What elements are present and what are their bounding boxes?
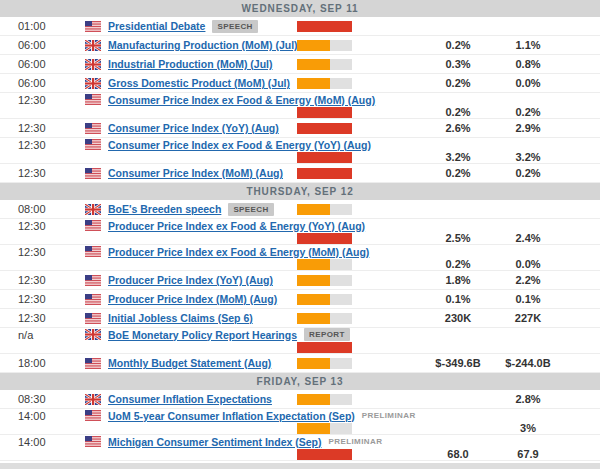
event-badge: SPEECH: [212, 20, 257, 33]
impact-bar-fill: [297, 358, 330, 369]
event-link[interactable]: Gross Domestic Product (MoM) (Jul): [108, 77, 290, 89]
impact-bar-cell: [297, 342, 353, 353]
impact-bar: [297, 233, 352, 244]
event-cell: Consumer Price Index ex Food & Energy (M…: [85, 94, 297, 106]
event-link[interactable]: Initial Jobless Claims (Sep 6): [108, 312, 253, 324]
event-row-line: 0.2%0.0%: [0, 258, 600, 270]
impact-bar-fill: [297, 233, 352, 244]
impact-bar: [297, 358, 352, 369]
event-row: 06:00Industrial Production (MoM) (Jul)0.…: [0, 55, 600, 74]
event-row-line: 12:30Consumer Price Index ex Food & Ener…: [0, 138, 600, 151]
event-link[interactable]: Producer Price Index (YoY) (Aug): [108, 274, 273, 286]
event-row-line: 12:30Producer Price Index (YoY) (Aug)1.8…: [0, 271, 600, 289]
impact-bar-cell: [297, 358, 353, 369]
previous-value: 67.9: [493, 448, 563, 460]
impact-bar: [297, 423, 352, 434]
us-flag-icon: [85, 123, 101, 134]
event-link[interactable]: Monthly Budget Statement (Aug): [108, 357, 271, 369]
impact-bar-fill: [297, 152, 352, 163]
event-row: 01:00Presidential DebateSPEECH: [0, 17, 600, 36]
event-row-line: 14:00Michigan Consumer Sentiment Index (…: [0, 435, 600, 448]
us-flag-icon: [85, 220, 101, 231]
event-link[interactable]: Producer Price Index (MoM) (Aug): [108, 293, 277, 305]
event-link[interactable]: UoM 5-year Consumer Inflation Expectatio…: [108, 410, 355, 422]
event-time: 18:00: [0, 357, 85, 369]
us-flag-icon: [85, 410, 101, 421]
event-row-line: 08:30Consumer Inflation Expectations2.8%: [0, 390, 600, 408]
event-link[interactable]: Consumer Price Index ex Food & Energy (M…: [108, 94, 375, 106]
us-flag-icon: [85, 358, 101, 369]
impact-bar: [297, 107, 352, 118]
uk-flag-icon: [85, 204, 101, 215]
event-link[interactable]: Producer Price Index ex Food & Energy (Y…: [108, 220, 365, 232]
uk-flag-icon: [85, 59, 101, 70]
impact-bar: [297, 168, 352, 179]
event-row-line: 06:00Gross Domestic Product (MoM) (Jul)0…: [0, 74, 600, 92]
event-link[interactable]: Producer Price Index ex Food & Energy (M…: [108, 246, 369, 258]
previous-value: 2.2%: [493, 274, 563, 286]
event-link[interactable]: Consumer Inflation Expectations: [108, 393, 272, 405]
day-header: THURSDAY, SEP 12: [0, 183, 600, 200]
consensus-value: 1.8%: [423, 274, 493, 286]
previous-value: 2.4%: [493, 232, 563, 244]
impact-bar: [297, 342, 352, 353]
impact-bar: [297, 259, 352, 270]
event-cell: BoE's Breeden speechSPEECH: [85, 203, 297, 216]
previous-value: 3.2%: [493, 151, 563, 163]
event-row: 12:30Consumer Price Index ex Food & Ener…: [0, 93, 600, 119]
event-cell: Gross Domestic Product (MoM) (Jul): [85, 77, 297, 89]
event-row-line: 12:30Consumer Price Index (MoM) (Aug)0.2…: [0, 164, 600, 182]
previous-value: 0.1%: [493, 293, 563, 305]
consensus-value: 230K: [423, 312, 493, 324]
event-row-line: 12:30Producer Price Index ex Food & Ener…: [0, 245, 600, 258]
consensus-value: 2.6%: [423, 122, 493, 134]
event-row-line: 0.2%0.2%: [0, 106, 600, 118]
event-cell: Michigan Consumer Sentiment Index (Sep)P…: [85, 436, 297, 448]
event-time: 12:30: [0, 220, 85, 232]
event-cell: Consumer Price Index ex Food & Energy (Y…: [85, 139, 297, 151]
event-row-line: n/aBoE Monetary Policy Report HearingsRE…: [0, 328, 600, 341]
previous-value: 0.2%: [493, 167, 563, 179]
impact-bar-cell: [297, 449, 353, 460]
impact-bar: [297, 449, 352, 460]
impact-bar: [297, 21, 352, 32]
previous-value: 1.1%: [493, 39, 563, 51]
event-cell: Consumer Price Index (MoM) (Aug): [85, 167, 297, 179]
us-flag-icon: [85, 94, 101, 105]
impact-bar-fill: [297, 107, 352, 118]
event-row: n/aBoE Monetary Policy Report HearingsRE…: [0, 328, 600, 354]
event-time: 12:30: [0, 167, 85, 179]
preliminary-tag: PRELIMINAR: [362, 411, 416, 420]
impact-bar-fill: [297, 21, 352, 32]
event-cell: Monthly Budget Statement (Aug): [85, 357, 297, 369]
event-row: 12:30Consumer Price Index ex Food & Ener…: [0, 138, 600, 164]
previous-value: 0.0%: [493, 258, 563, 270]
impact-bar-cell: [297, 423, 353, 434]
event-link[interactable]: Michigan Consumer Sentiment Index (Sep): [108, 436, 322, 448]
event-link[interactable]: Consumer Price Index ex Food & Energy (Y…: [108, 139, 371, 151]
impact-bar-cell: [297, 21, 353, 32]
impact-bar: [297, 152, 352, 163]
event-link[interactable]: Consumer Price Index (YoY) (Aug): [108, 122, 279, 134]
impact-bar-cell: [297, 78, 353, 89]
impact-bar-cell: [297, 313, 353, 324]
us-flag-icon: [85, 313, 101, 324]
event-link[interactable]: BoE Monetary Policy Report Hearings: [108, 329, 297, 341]
consensus-value: 2.5%: [423, 232, 493, 244]
event-link[interactable]: Industrial Production (MoM) (Jul): [108, 58, 272, 70]
event-row: 12:30Producer Price Index (MoM) (Aug)0.1…: [0, 290, 600, 309]
us-flag-icon: [85, 246, 101, 257]
event-row: 14:00Michigan Consumer Sentiment Index (…: [0, 435, 600, 461]
impact-bar: [297, 59, 352, 70]
event-link[interactable]: Consumer Price Index (MoM) (Aug): [108, 167, 283, 179]
event-time: 01:00: [0, 20, 85, 32]
event-link[interactable]: BoE's Breeden speech: [108, 203, 221, 215]
event-link[interactable]: Presidential Debate: [108, 20, 205, 32]
impact-bar-cell: [297, 233, 353, 244]
uk-flag-icon: [85, 78, 101, 89]
event-link[interactable]: Manufacturing Production (MoM) (Jul): [108, 39, 298, 51]
event-cell: BoE Monetary Policy Report HearingsREPOR…: [85, 328, 297, 341]
event-cell: Consumer Inflation Expectations: [85, 393, 297, 405]
event-time: 08:00: [0, 203, 85, 215]
impact-bar-fill: [297, 78, 330, 89]
